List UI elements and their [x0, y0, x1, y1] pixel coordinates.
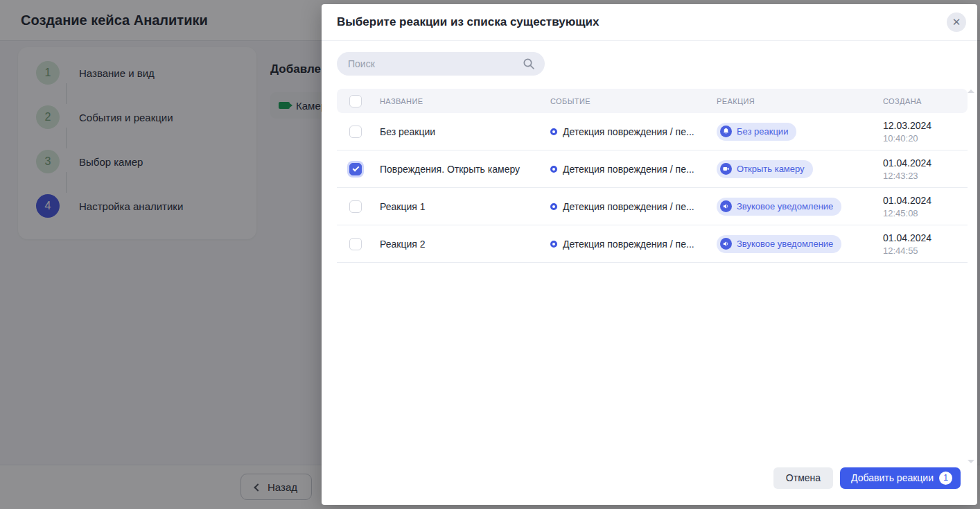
- video-camera-icon: [720, 163, 732, 175]
- created-time: 12:45:08: [883, 208, 968, 218]
- event-ring-icon: [550, 203, 557, 210]
- select-reactions-modal: Выберите реакции из списка существующих …: [322, 4, 977, 505]
- speaker-icon: [720, 200, 732, 212]
- table-row[interactable]: Повреждения. Открыть камеру Детекция пов…: [337, 150, 968, 188]
- created-time: 10:40:20: [883, 133, 968, 144]
- event-label: Детекция повреждения / пе...: [563, 239, 694, 250]
- select-all-checkbox[interactable]: [349, 95, 362, 107]
- table-row[interactable]: Без реакции Детекция повреждения / пе...…: [337, 113, 968, 150]
- row-checkbox[interactable]: [349, 163, 362, 175]
- created-cell: 12.03.2024 10:40:20: [883, 120, 968, 144]
- created-time: 12:44:55: [883, 245, 968, 256]
- table-row[interactable]: Реакция 1 Детекция повреждения / пе... З…: [337, 188, 968, 225]
- close-button[interactable]: ✕: [947, 12, 966, 32]
- reaction-badge: Звуковое уведомление: [717, 235, 841, 253]
- created-cell: 01.04.2024 12:45:08: [883, 195, 968, 218]
- column-header-created: СОЗДАНА: [883, 97, 968, 105]
- table-row[interactable]: Реакция 2 Детекция повреждения / пе... З…: [337, 225, 968, 263]
- scroll-up-icon[interactable]: [968, 89, 974, 93]
- event-cell: Детекция повреждения / пе...: [550, 126, 717, 137]
- cancel-button[interactable]: Отмена: [773, 467, 833, 489]
- event-cell: Детекция повреждения / пе...: [550, 201, 717, 212]
- search-input[interactable]: [348, 58, 523, 69]
- modal-footer: Отмена Добавить реакции 1: [322, 460, 977, 505]
- close-icon: ✕: [952, 12, 961, 32]
- reaction-badge-label: Открыть камеру: [737, 164, 805, 174]
- reaction-badge-label: Без реакции: [737, 126, 788, 137]
- reaction-name: Реакция 2: [380, 239, 550, 250]
- created-date: 01.04.2024: [883, 157, 968, 169]
- row-checkbox[interactable]: [349, 238, 362, 250]
- column-header-event: СОБЫТИЕ: [550, 97, 717, 105]
- event-ring-icon: [550, 166, 557, 173]
- search-icon: [523, 58, 535, 70]
- created-cell: 01.04.2024 12:44:55: [883, 232, 968, 256]
- reaction-badge-label: Звуковое уведомление: [737, 201, 833, 212]
- reaction-name: Реакция 1: [380, 201, 550, 212]
- event-ring-icon: [550, 128, 557, 135]
- row-checkbox[interactable]: [349, 126, 362, 138]
- scroll-down-icon[interactable]: [968, 460, 974, 463]
- event-label: Детекция повреждения / пе...: [563, 126, 694, 137]
- reaction-name: Без реакции: [380, 126, 550, 137]
- reaction-name: Повреждения. Открыть камеру: [380, 164, 550, 175]
- created-cell: 01.04.2024 12:43:23: [883, 157, 968, 181]
- reaction-badge-label: Звуковое уведомление: [737, 239, 833, 249]
- column-header-name: НАЗВАНИЕ: [380, 97, 550, 105]
- reaction-badge: Звуковое уведомление: [717, 198, 841, 216]
- add-reactions-label: Добавить реакции: [851, 472, 934, 483]
- event-label: Детекция повреждения / пе...: [563, 201, 694, 212]
- created-date: 12.03.2024: [883, 120, 968, 131]
- modal-body: НАЗВАНИЕ СОБЫТИЕ РЕАКЦИЯ СОЗДАНА Без реа…: [322, 41, 977, 460]
- reactions-table: НАЗВАНИЕ СОБЫТИЕ РЕАКЦИЯ СОЗДАНА Без реа…: [337, 89, 968, 263]
- bell-icon: [720, 126, 732, 137]
- event-ring-icon: [550, 241, 557, 248]
- event-label: Детекция повреждения / пе...: [563, 164, 694, 175]
- modal-header: Выберите реакции из списка существующих …: [322, 4, 977, 41]
- event-cell: Детекция повреждения / пе...: [550, 164, 717, 175]
- column-header-reaction: РЕАКЦИЯ: [717, 97, 883, 105]
- search-box[interactable]: [337, 52, 545, 76]
- reaction-badge: Открыть камеру: [717, 160, 813, 178]
- created-time: 12:43:23: [883, 171, 968, 181]
- speaker-icon: [720, 238, 732, 250]
- reaction-badge: Без реакции: [717, 123, 796, 141]
- row-checkbox[interactable]: [349, 200, 362, 213]
- created-date: 01.04.2024: [883, 195, 968, 206]
- selected-count-badge: 1: [939, 472, 952, 485]
- add-reactions-button[interactable]: Добавить реакции 1: [840, 467, 961, 489]
- modal-title: Выберите реакции из списка существующих: [337, 15, 947, 29]
- event-cell: Детекция повреждения / пе...: [550, 239, 717, 250]
- created-date: 01.04.2024: [883, 232, 968, 243]
- table-header-row: НАЗВАНИЕ СОБЫТИЕ РЕАКЦИЯ СОЗДАНА: [337, 89, 968, 113]
